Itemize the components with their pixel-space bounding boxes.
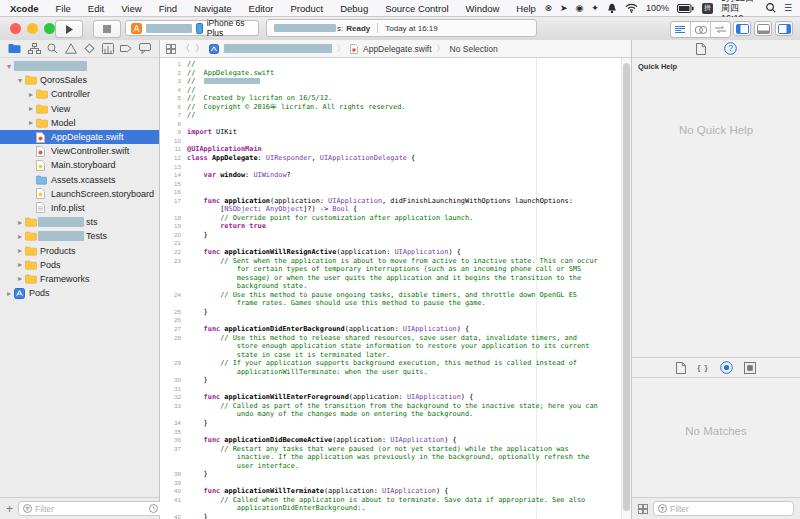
- spotlight-icon[interactable]: [766, 3, 776, 13]
- line-number[interactable]: 27: [160, 325, 187, 334]
- line-number[interactable]: 30: [160, 376, 187, 385]
- code-line[interactable]: 10: [160, 137, 622, 146]
- code-line[interactable]: 2// AppDelegate.swift: [160, 69, 622, 78]
- code-line[interactable]: 9import UIKit: [160, 128, 622, 137]
- menu-item-xcode[interactable]: Xcode: [10, 3, 47, 14]
- line-number[interactable]: 15: [160, 180, 187, 189]
- code-line[interactable]: 41 // Called when the application is abo…: [160, 496, 622, 505]
- line-number[interactable]: 12: [160, 154, 187, 163]
- disclosure-triangle-icon[interactable]: ▾: [15, 76, 25, 85]
- code-line[interactable]: 5// Created by licrifan on 16/5/12.: [160, 94, 622, 103]
- quick-help-inspector-icon[interactable]: ?: [724, 42, 737, 55]
- run-button[interactable]: [55, 20, 83, 38]
- code-line[interactable]: 6// Copyright © 2016年 licrifan. All righ…: [160, 103, 622, 112]
- jumpbar-file[interactable]: AppDelegate.swift: [363, 44, 432, 54]
- line-number[interactable]: 20: [160, 231, 187, 240]
- code-line[interactable]: 16: [160, 188, 622, 197]
- code-line[interactable]: 17 func application(application: UIAppli…: [160, 197, 622, 206]
- line-number[interactable]: 23: [160, 257, 187, 266]
- stop-button[interactable]: [93, 20, 121, 38]
- disclosure-triangle-icon[interactable]: ▸: [15, 246, 25, 255]
- scheme-selector[interactable]: iPhone 6s Plus: [125, 20, 259, 36]
- line-number[interactable]: 5: [160, 94, 187, 103]
- media-library-icon[interactable]: [744, 362, 756, 374]
- navigator-filter-input[interactable]: [35, 504, 146, 514]
- wifi-icon[interactable]: [625, 3, 638, 13]
- disclosure-triangle-icon[interactable]: ▸: [15, 218, 25, 227]
- file-inspector-icon[interactable]: [696, 43, 706, 55]
- code-line[interactable]: 42 }: [160, 513, 622, 519]
- menu-item-help[interactable]: Help: [508, 3, 545, 14]
- menu-item-window[interactable]: Window: [457, 3, 508, 14]
- jumpbar-selection[interactable]: No Selection: [450, 44, 498, 54]
- line-number[interactable]: 24: [160, 291, 187, 300]
- bird-icon[interactable]: ➤: [560, 3, 568, 13]
- library-filter-input[interactable]: [670, 504, 789, 514]
- library-filter-field[interactable]: [653, 501, 794, 516]
- line-number[interactable]: 25: [160, 308, 187, 317]
- code-line[interactable]: 33 // Called as part of the transition f…: [160, 402, 622, 411]
- menu-item-edit[interactable]: Edit: [79, 3, 112, 14]
- disclosure-triangle-icon[interactable]: ▸: [4, 289, 14, 298]
- evernote-icon[interactable]: ✦: [591, 3, 599, 13]
- zoom-window-button[interactable]: [44, 23, 55, 34]
- menu-item-find[interactable]: Find: [150, 3, 185, 14]
- battery-icon[interactable]: [677, 4, 694, 13]
- line-number[interactable]: 17: [160, 197, 187, 206]
- menu-item-file[interactable]: File: [47, 3, 79, 14]
- line-number[interactable]: 37: [160, 445, 187, 454]
- test-navigator-icon[interactable]: [84, 43, 95, 54]
- tree-item-appdelegate-swift[interactable]: AppDelegate.swift: [0, 130, 159, 144]
- tree-item-pods[interactable]: ▸Pods: [0, 258, 159, 272]
- line-number[interactable]: 42: [160, 513, 187, 519]
- code-line[interactable]: 21: [160, 239, 622, 248]
- tree-item-redacted[interactable]: ▸sts: [0, 215, 159, 229]
- tree-item-qorossales[interactable]: ▾QorosSales: [0, 73, 159, 87]
- disclosure-triangle-icon[interactable]: ▸: [26, 118, 36, 127]
- related-items-icon[interactable]: [166, 44, 176, 54]
- launcher-icon[interactable]: ◉: [576, 3, 584, 13]
- code-line[interactable]: 30 }: [160, 376, 622, 385]
- code-line[interactable]: 18 // Override point for customization a…: [160, 214, 622, 223]
- tree-item-assets-xcassets[interactable]: Assets.xcassets: [0, 173, 159, 187]
- project-navigator-icon[interactable]: [8, 43, 21, 54]
- line-number[interactable]: 16: [160, 188, 187, 197]
- code-line[interactable]: 20 }: [160, 231, 622, 240]
- menu-item-product[interactable]: Product: [282, 3, 332, 14]
- line-number[interactable]: 34: [160, 419, 187, 428]
- line-number[interactable]: 29: [160, 359, 187, 368]
- tree-item-controller[interactable]: ▸Controller: [0, 87, 159, 101]
- code-line[interactable]: 8: [160, 120, 622, 129]
- close-window-button[interactable]: [10, 23, 21, 34]
- line-number[interactable]: 22: [160, 248, 187, 257]
- line-number[interactable]: 6: [160, 103, 187, 112]
- code-line[interactable]: 7//: [160, 111, 622, 120]
- code-line[interactable]: 14 var window: UIWindow?: [160, 171, 622, 180]
- line-number[interactable]: 3: [160, 77, 187, 86]
- code-line[interactable]: inactive. If the application was previou…: [160, 453, 622, 462]
- symbol-navigator-icon[interactable]: [28, 43, 41, 54]
- notification-center-icon[interactable]: ☰: [784, 3, 792, 13]
- minimize-window-button[interactable]: [27, 23, 38, 34]
- add-button[interactable]: +: [6, 504, 13, 514]
- code-line[interactable]: 40 func applicationWillTerminate(applica…: [160, 487, 622, 496]
- tree-item-redacted[interactable]: ▾: [0, 59, 159, 73]
- line-number[interactable]: 8: [160, 120, 187, 129]
- code-line[interactable]: 37 // Restart any tasks that were paused…: [160, 445, 622, 454]
- code-line[interactable]: state in case it is terminated later.: [160, 351, 622, 360]
- line-number[interactable]: 21: [160, 239, 187, 248]
- disclosure-triangle-icon[interactable]: ▾: [4, 62, 14, 71]
- line-number[interactable]: 35: [160, 428, 187, 437]
- code-line[interactable]: 13: [160, 163, 622, 172]
- disclosure-triangle-icon[interactable]: ▸: [15, 260, 25, 269]
- menu-item-navigate[interactable]: Navigate: [186, 3, 241, 14]
- code-line[interactable]: 38 }: [160, 470, 622, 479]
- code-line[interactable]: 28 // Use this method to release shared …: [160, 334, 622, 343]
- code-line[interactable]: 3//: [160, 77, 622, 86]
- line-number[interactable]: 40: [160, 487, 187, 496]
- issue-navigator-icon[interactable]: [65, 43, 77, 54]
- navigator-toggle-button[interactable]: [733, 21, 751, 36]
- code-line[interactable]: 1//: [160, 60, 622, 69]
- tree-item-redacted[interactable]: ▸Tests: [0, 229, 159, 243]
- tree-item-model[interactable]: ▸Model: [0, 116, 159, 130]
